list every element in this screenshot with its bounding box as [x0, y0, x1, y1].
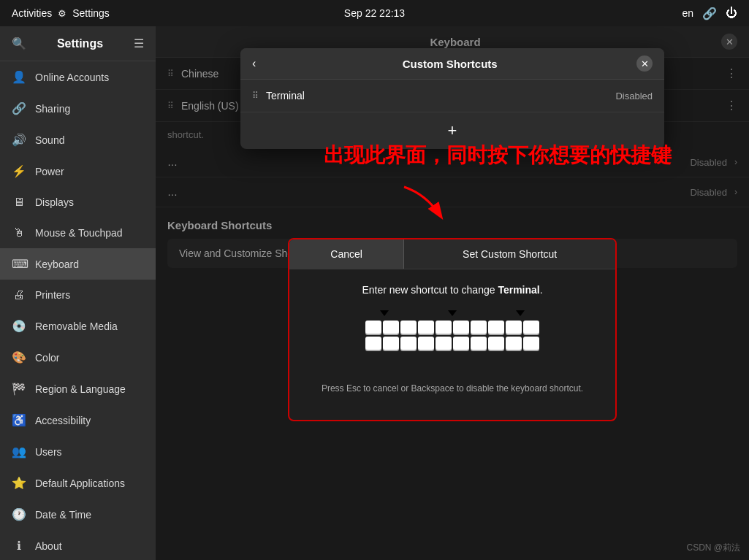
ssd-body: Enter new shortcut to change Terminal. [289, 269, 615, 420]
sidebar-item-about[interactable]: ℹ About [0, 530, 156, 560]
key-2 [383, 321, 399, 334]
ssd-footer-text: Press Esc to cancel or Backspace to disa… [304, 383, 601, 405]
sidebar-item-mouse-touchpad[interactable]: 🖱 Mouse & Touchpad [0, 218, 156, 248]
terminal-drag-dots: ⠿ [252, 91, 259, 101]
set-shortcut-dialog: Cancel Set Custom Shortcut Enter new sho… [288, 238, 617, 421]
key-17 [471, 337, 487, 350]
sidebar-label-color: Color [35, 352, 59, 364]
key-10 [523, 321, 539, 334]
key-1 [365, 321, 381, 334]
sidebar-item-date-time[interactable]: 🕐 Date & Time [0, 499, 156, 530]
sidebar-label-datetime: Date & Time [35, 509, 91, 521]
key-13 [400, 337, 417, 350]
sidebar-label-printers: Printers [35, 289, 70, 301]
cs-content: ⠿ Terminal Disabled + [240, 80, 664, 149]
network-icon[interactable]: 🔗 [702, 7, 717, 20]
sidebar-label-mouse: Mouse & Touchpad [35, 227, 123, 239]
sidebar-title: Settings [57, 37, 103, 50]
sidebar-label-removable-media: Removable Media [35, 321, 118, 332]
sidebar-item-region-language[interactable]: 🏁 Region & Language [0, 373, 156, 404]
key-arrow-2 [448, 310, 457, 316]
color-icon: 🎨 [12, 350, 26, 364]
sidebar: 🔍 Settings ☰ 👤 Online Accounts 🔗 Sharing… [0, 26, 156, 560]
ssd-instruction: Enter new shortcut to change [362, 284, 495, 296]
sidebar-label-keyboard: Keyboard [35, 258, 79, 270]
key-14 [418, 337, 434, 350]
language-indicator[interactable]: en [682, 7, 693, 19]
ssd-target-name: Terminal [498, 284, 539, 296]
key-12 [383, 337, 399, 350]
key-11 [365, 337, 381, 350]
cs-title: Custom Shortcuts [263, 58, 636, 70]
about-icon: ℹ [12, 539, 26, 553]
key-16 [453, 337, 469, 350]
sidebar-label-default-apps: Default Applications [35, 477, 125, 489]
sidebar-item-sound[interactable]: 🔊 Sound [0, 124, 156, 156]
sidebar-item-keyboard[interactable]: ⌨ Keyboard [0, 248, 156, 280]
sidebar-label-sound: Sound [35, 134, 64, 146]
sidebar-item-users[interactable]: 👥 Users [0, 436, 156, 467]
key-arrow-1 [380, 310, 389, 316]
sound-icon: 🔊 [12, 133, 26, 147]
sidebar-search-icon[interactable]: 🔍 [12, 37, 26, 50]
key-7 [471, 321, 487, 334]
sidebar-item-online-accounts[interactable]: 👤 Online Accounts [0, 61, 156, 93]
cs-close-button[interactable]: ✕ [636, 55, 653, 72]
sidebar-item-printers[interactable]: 🖨 Printers [0, 280, 156, 310]
cs-add-row: + [240, 112, 664, 149]
default-apps-icon: ⭐ [12, 476, 26, 490]
sidebar-item-power[interactable]: ⚡ Power [0, 156, 156, 187]
power-sidebar-icon: ⚡ [12, 164, 26, 178]
sidebar-item-color[interactable]: 🎨 Color [0, 342, 156, 373]
key-15 [436, 337, 452, 350]
ssd-set-button[interactable]: Set Custom Shortcut [404, 239, 615, 269]
key-9 [506, 321, 522, 334]
ssd-period: . [540, 284, 543, 296]
datetime-icon: 🕐 [12, 507, 26, 521]
keyboard-visual [361, 310, 544, 369]
key-6 [453, 321, 469, 334]
key-5 [436, 321, 452, 334]
terminal-shortcut-name: Terminal [266, 90, 608, 101]
topbar-right: en 🔗 ⏻ [682, 7, 737, 20]
sidebar-item-removable-media[interactable]: 💿 Removable Media [0, 310, 156, 342]
cs-terminal-row[interactable]: ⠿ Terminal Disabled [240, 80, 664, 112]
sidebar-item-sharing[interactable]: 🔗 Sharing [0, 93, 156, 124]
key-20 [523, 337, 539, 350]
ssd-header: Cancel Set Custom Shortcut [289, 239, 615, 269]
key-8 [488, 321, 504, 334]
cs-back-button[interactable]: ‹ [252, 57, 256, 70]
ssd-cancel-button[interactable]: Cancel [289, 239, 404, 269]
terminal-shortcut-value: Disabled [615, 91, 653, 101]
removable-media-icon: 💿 [12, 319, 26, 333]
activities-button[interactable]: Activities [12, 7, 52, 19]
settings-top-label: Settings [72, 7, 110, 19]
sidebar-label-accessibility: Accessibility [35, 415, 91, 426]
key-3 [400, 321, 417, 334]
sidebar-menu-icon[interactable]: ☰ [134, 37, 144, 50]
add-shortcut-button[interactable]: + [441, 120, 463, 142]
mouse-icon: 🖱 [12, 226, 26, 239]
sharing-icon: 🔗 [12, 101, 26, 115]
power-icon[interactable]: ⏻ [726, 7, 737, 20]
sidebar-label-about: About [35, 540, 62, 552]
keyboard-sidebar-icon: ⌨ [12, 257, 26, 271]
sidebar-item-accessibility[interactable]: ♿ Accessibility [0, 404, 156, 436]
custom-shortcuts-dialog: ‹ Custom Shortcuts ✕ ⠿ Terminal Disabled… [240, 48, 664, 149]
region-icon: 🏁 [12, 382, 26, 396]
displays-icon: 🖥 [12, 196, 26, 209]
accessibility-icon: ♿ [12, 413, 26, 427]
content-area: Keyboard ✕ ⠿ Chinese ⋮ ⠿ English (US) ⋮ … [156, 26, 749, 560]
users-icon: 👥 [12, 445, 26, 459]
sidebar-label-region: Region & Language [35, 383, 126, 395]
sidebar-label-displays: Displays [35, 196, 74, 208]
sidebar-label-sharing: Sharing [35, 103, 70, 115]
sidebar-item-default-applications[interactable]: ⭐ Default Applications [0, 467, 156, 499]
sidebar-label-power: Power [35, 166, 64, 177]
key-18 [488, 337, 504, 350]
printers-icon: 🖨 [12, 288, 26, 302]
key-arrow-3 [516, 310, 525, 316]
main-layout: 🔍 Settings ☰ 👤 Online Accounts 🔗 Sharing… [0, 26, 749, 560]
online-accounts-icon: 👤 [12, 70, 26, 84]
sidebar-item-displays[interactable]: 🖥 Displays [0, 187, 156, 218]
